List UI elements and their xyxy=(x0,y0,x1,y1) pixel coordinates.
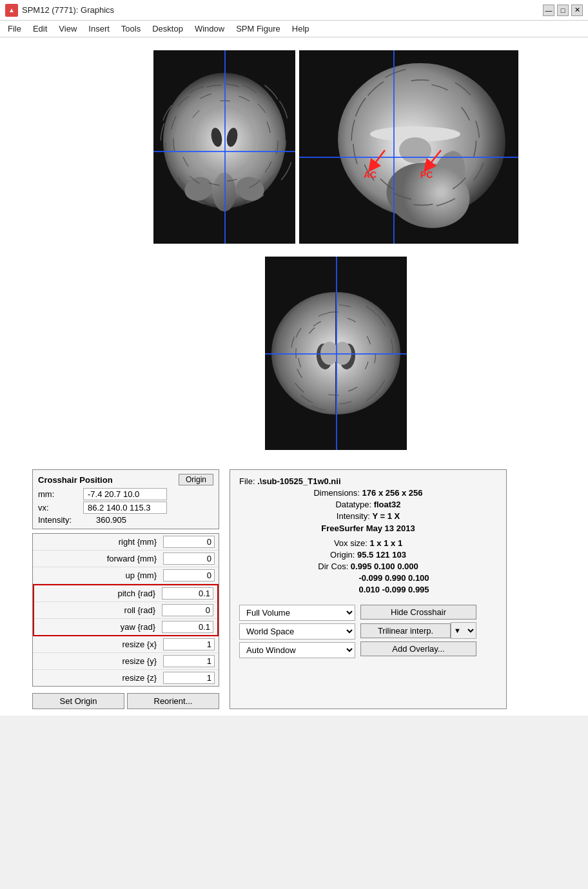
space-dropdown[interactable]: World Space Voxel Space xyxy=(239,623,355,640)
title-bar: ▲ SPM12 (7771): Graphics — □ ✕ xyxy=(0,0,588,21)
file-label: File: xyxy=(239,476,257,486)
resize-z-label: resize {z} xyxy=(37,673,163,683)
crosshair-position-panel: Crosshair Position Origin mm: -7.4 20.7 … xyxy=(32,469,219,529)
forward-value[interactable] xyxy=(163,552,215,565)
transform-row-yaw: yaw {rad} xyxy=(34,619,217,635)
menu-tools[interactable]: Tools xyxy=(116,23,146,35)
dircos-row3: 0.010 -0.099 0.995 xyxy=(358,585,429,594)
transform-row-up: up {mm} xyxy=(33,567,219,584)
pitch-value[interactable] xyxy=(162,587,213,600)
menu-edit[interactable]: Edit xyxy=(28,23,52,35)
dt-label: Datatype: xyxy=(335,500,373,509)
right-button-group: Hide Crosshair Trilinear interp. ▼ Add O… xyxy=(360,605,476,658)
file-value: .\sub-10525_T1w0.nii xyxy=(257,476,340,486)
app-logo: ▲ xyxy=(5,4,18,17)
pc-label: PC xyxy=(420,170,433,180)
transform-row-resize-x: resize {x} xyxy=(33,636,219,653)
vx-label: vx: xyxy=(38,503,83,513)
coronal-view[interactable] xyxy=(153,50,295,244)
transform-panel: right {mm} forward {mm} up {mm} pitch {r… xyxy=(32,533,219,687)
resize-y-label: resize {y} xyxy=(37,656,163,666)
transform-row-right: right {mm} xyxy=(33,534,219,551)
intensity-label: Intensity: xyxy=(38,515,83,525)
close-button[interactable]: ✕ xyxy=(571,5,583,16)
right-value[interactable] xyxy=(163,536,215,548)
freesurfer-line: FreeSurfer May 13 2013 xyxy=(239,523,497,533)
menu-insert[interactable]: Insert xyxy=(83,23,115,35)
dim-value: 176 x 256 x 256 xyxy=(362,488,423,498)
dircos-row2: -0.099 0.990 0.100 xyxy=(358,573,429,583)
roll-value[interactable] xyxy=(162,604,213,616)
dropdowns-area: Full Volume Partial Volume World Space V… xyxy=(239,605,497,658)
intensity-value: 360.905 xyxy=(96,515,126,525)
resize-x-label: resize {x} xyxy=(37,640,163,649)
crosshair-position-title: Crosshair Position xyxy=(38,475,113,485)
set-origin-button[interactable]: Set Origin xyxy=(32,693,124,709)
action-buttons: Set Origin Reorient... xyxy=(32,693,219,709)
resize-x-value[interactable] xyxy=(163,638,215,650)
brain-images-bottom-row xyxy=(181,257,407,450)
menu-spm-figure[interactable]: SPM Figure xyxy=(231,23,286,35)
mm-label: mm: xyxy=(38,489,83,499)
origin-label: Origin: xyxy=(330,550,357,560)
dt-value: float32 xyxy=(374,500,401,509)
transform-row-roll: roll {rad} xyxy=(34,602,217,619)
vox-value: 1 x 1 x 1 xyxy=(370,538,403,548)
origin-value: 95.5 121 103 xyxy=(357,550,406,560)
transform-row-resize-y: resize {y} xyxy=(33,653,219,670)
vox-label: Vox size: xyxy=(334,538,370,548)
resize-y-value[interactable] xyxy=(163,655,215,667)
dircos-label: Dir Cos: xyxy=(318,562,351,571)
menu-window[interactable]: Window xyxy=(190,23,230,35)
forward-label: forward {mm} xyxy=(37,554,163,563)
vox-info: Vox size: 1 x 1 x 1 Origin: 95.5 121 103… xyxy=(239,538,497,594)
resize-z-value[interactable] xyxy=(163,672,215,684)
sagittal-view[interactable]: AC PC xyxy=(299,50,518,244)
add-overlay-button[interactable]: Add Overlay... xyxy=(360,641,476,656)
menu-file[interactable]: File xyxy=(3,23,26,35)
up-label: up {mm} xyxy=(37,571,163,580)
bottom-section: Crosshair Position Origin mm: -7.4 20.7 … xyxy=(6,469,582,709)
transform-row-resize-z: resize {z} xyxy=(33,670,219,686)
right-label: right {mm} xyxy=(37,537,163,547)
window-controls: — □ ✕ xyxy=(543,5,583,16)
dim-label: Dimensions: xyxy=(313,488,362,498)
axial-view[interactable] xyxy=(265,257,407,450)
vx-value: 86.2 140.0 115.3 xyxy=(83,502,167,514)
menu-help[interactable]: Help xyxy=(287,23,315,35)
right-panel: File: .\sub-10525_T1w0.nii Dimensions: 1… xyxy=(230,469,507,709)
menu-desktop[interactable]: Desktop xyxy=(147,23,188,35)
window-dropdown[interactable]: Auto Window Manual Window xyxy=(239,642,355,658)
trilinear-button[interactable]: Trilinear interp. xyxy=(360,623,451,638)
yaw-value[interactable] xyxy=(162,621,213,633)
left-panel: Crosshair Position Origin mm: -7.4 20.7 … xyxy=(32,469,219,709)
up-value[interactable] xyxy=(163,569,215,581)
minimize-button[interactable]: — xyxy=(543,5,554,16)
transform-row-forward: forward {mm} xyxy=(33,551,219,567)
reorient-button[interactable]: Reorient... xyxy=(127,693,219,709)
brain-images-top-row: AC PC xyxy=(70,50,518,244)
window-title: SPM12 (7771): Graphics xyxy=(22,5,114,15)
left-dropdown-group: Full Volume Partial Volume World Space V… xyxy=(239,605,355,658)
main-content: AC PC Crosshair Position Origin mm: -7.4 xyxy=(0,37,588,716)
hide-crosshair-button[interactable]: Hide Crosshair xyxy=(360,605,476,620)
maximize-button[interactable]: □ xyxy=(557,5,569,16)
transform-row-pitch: pitch {rad} xyxy=(34,585,217,602)
interp-dropdown[interactable]: ▼ xyxy=(451,622,476,639)
dircos-row1: 0.995 0.100 0.000 xyxy=(351,562,418,571)
highlighted-transform-group: pitch {rad} roll {rad} yaw {rad} xyxy=(33,584,219,636)
mm-value: -7.4 20.7 10.0 xyxy=(83,488,167,500)
int-label: Intensity: xyxy=(337,511,373,521)
ac-label: AC xyxy=(364,170,377,180)
file-info: File: .\sub-10525_T1w0.nii Dimensions: 1… xyxy=(239,476,497,533)
volume-dropdown[interactable]: Full Volume Partial Volume xyxy=(239,605,355,621)
yaw-label: yaw {rad} xyxy=(38,622,162,632)
menu-view[interactable]: View xyxy=(54,23,82,35)
int-value: Y = 1 X xyxy=(372,511,400,521)
menu-bar: File Edit View Insert Tools Desktop Wind… xyxy=(0,21,588,37)
roll-label: roll {rad} xyxy=(38,605,162,615)
pitch-label: pitch {rad} xyxy=(38,589,162,598)
origin-button[interactable]: Origin xyxy=(179,474,213,485)
